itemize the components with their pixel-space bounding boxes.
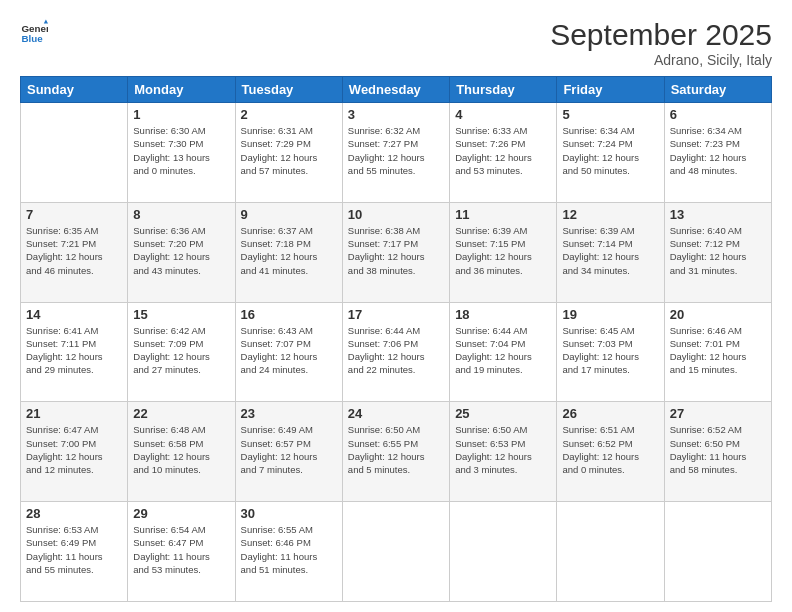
svg-marker-2 xyxy=(44,19,48,23)
day-number: 25 xyxy=(455,406,551,421)
day-info: Sunrise: 6:43 AM Sunset: 7:07 PM Dayligh… xyxy=(241,324,337,377)
day-info: Sunrise: 6:38 AM Sunset: 7:17 PM Dayligh… xyxy=(348,224,444,277)
calendar-table: Sunday Monday Tuesday Wednesday Thursday… xyxy=(20,76,772,602)
header-monday: Monday xyxy=(128,77,235,103)
logo-icon: General Blue xyxy=(20,18,48,46)
day-info: Sunrise: 6:52 AM Sunset: 6:50 PM Dayligh… xyxy=(670,423,766,476)
day-number: 7 xyxy=(26,207,122,222)
day-cell: 15Sunrise: 6:42 AM Sunset: 7:09 PM Dayli… xyxy=(128,302,235,402)
day-cell xyxy=(450,502,557,602)
day-number: 10 xyxy=(348,207,444,222)
day-cell: 4Sunrise: 6:33 AM Sunset: 7:26 PM Daylig… xyxy=(450,103,557,203)
week-row-3: 21Sunrise: 6:47 AM Sunset: 7:00 PM Dayli… xyxy=(21,402,772,502)
header: General Blue September 2025 Adrano, Sici… xyxy=(20,18,772,68)
day-info: Sunrise: 6:55 AM Sunset: 6:46 PM Dayligh… xyxy=(241,523,337,576)
day-info: Sunrise: 6:33 AM Sunset: 7:26 PM Dayligh… xyxy=(455,124,551,177)
day-number: 28 xyxy=(26,506,122,521)
day-number: 21 xyxy=(26,406,122,421)
title-area: September 2025 Adrano, Sicily, Italy xyxy=(550,18,772,68)
day-info: Sunrise: 6:51 AM Sunset: 6:52 PM Dayligh… xyxy=(562,423,658,476)
day-number: 20 xyxy=(670,307,766,322)
logo: General Blue xyxy=(20,18,48,46)
day-cell xyxy=(342,502,449,602)
day-cell: 11Sunrise: 6:39 AM Sunset: 7:15 PM Dayli… xyxy=(450,202,557,302)
day-cell: 23Sunrise: 6:49 AM Sunset: 6:57 PM Dayli… xyxy=(235,402,342,502)
day-info: Sunrise: 6:50 AM Sunset: 6:55 PM Dayligh… xyxy=(348,423,444,476)
day-info: Sunrise: 6:30 AM Sunset: 7:30 PM Dayligh… xyxy=(133,124,229,177)
day-cell: 12Sunrise: 6:39 AM Sunset: 7:14 PM Dayli… xyxy=(557,202,664,302)
header-sunday: Sunday xyxy=(21,77,128,103)
week-row-2: 14Sunrise: 6:41 AM Sunset: 7:11 PM Dayli… xyxy=(21,302,772,402)
day-cell: 27Sunrise: 6:52 AM Sunset: 6:50 PM Dayli… xyxy=(664,402,771,502)
day-info: Sunrise: 6:45 AM Sunset: 7:03 PM Dayligh… xyxy=(562,324,658,377)
day-cell: 20Sunrise: 6:46 AM Sunset: 7:01 PM Dayli… xyxy=(664,302,771,402)
day-number: 2 xyxy=(241,107,337,122)
day-cell: 28Sunrise: 6:53 AM Sunset: 6:49 PM Dayli… xyxy=(21,502,128,602)
day-number: 5 xyxy=(562,107,658,122)
day-cell: 16Sunrise: 6:43 AM Sunset: 7:07 PM Dayli… xyxy=(235,302,342,402)
day-cell: 2Sunrise: 6:31 AM Sunset: 7:29 PM Daylig… xyxy=(235,103,342,203)
day-number: 16 xyxy=(241,307,337,322)
day-info: Sunrise: 6:49 AM Sunset: 6:57 PM Dayligh… xyxy=(241,423,337,476)
day-cell: 6Sunrise: 6:34 AM Sunset: 7:23 PM Daylig… xyxy=(664,103,771,203)
day-cell: 7Sunrise: 6:35 AM Sunset: 7:21 PM Daylig… xyxy=(21,202,128,302)
day-cell: 10Sunrise: 6:38 AM Sunset: 7:17 PM Dayli… xyxy=(342,202,449,302)
day-cell: 17Sunrise: 6:44 AM Sunset: 7:06 PM Dayli… xyxy=(342,302,449,402)
day-info: Sunrise: 6:41 AM Sunset: 7:11 PM Dayligh… xyxy=(26,324,122,377)
day-number: 12 xyxy=(562,207,658,222)
day-info: Sunrise: 6:50 AM Sunset: 6:53 PM Dayligh… xyxy=(455,423,551,476)
day-number: 4 xyxy=(455,107,551,122)
day-info: Sunrise: 6:47 AM Sunset: 7:00 PM Dayligh… xyxy=(26,423,122,476)
day-cell: 29Sunrise: 6:54 AM Sunset: 6:47 PM Dayli… xyxy=(128,502,235,602)
day-info: Sunrise: 6:46 AM Sunset: 7:01 PM Dayligh… xyxy=(670,324,766,377)
day-cell xyxy=(664,502,771,602)
day-info: Sunrise: 6:35 AM Sunset: 7:21 PM Dayligh… xyxy=(26,224,122,277)
month-title: September 2025 xyxy=(550,18,772,52)
day-info: Sunrise: 6:36 AM Sunset: 7:20 PM Dayligh… xyxy=(133,224,229,277)
day-cell: 3Sunrise: 6:32 AM Sunset: 7:27 PM Daylig… xyxy=(342,103,449,203)
day-number: 22 xyxy=(133,406,229,421)
day-number: 23 xyxy=(241,406,337,421)
header-wednesday: Wednesday xyxy=(342,77,449,103)
day-info: Sunrise: 6:48 AM Sunset: 6:58 PM Dayligh… xyxy=(133,423,229,476)
day-number: 13 xyxy=(670,207,766,222)
day-cell xyxy=(21,103,128,203)
day-number: 19 xyxy=(562,307,658,322)
day-number: 30 xyxy=(241,506,337,521)
day-number: 3 xyxy=(348,107,444,122)
day-info: Sunrise: 6:44 AM Sunset: 7:04 PM Dayligh… xyxy=(455,324,551,377)
day-number: 8 xyxy=(133,207,229,222)
day-number: 17 xyxy=(348,307,444,322)
week-row-0: 1Sunrise: 6:30 AM Sunset: 7:30 PM Daylig… xyxy=(21,103,772,203)
day-number: 9 xyxy=(241,207,337,222)
day-cell: 5Sunrise: 6:34 AM Sunset: 7:24 PM Daylig… xyxy=(557,103,664,203)
day-cell: 25Sunrise: 6:50 AM Sunset: 6:53 PM Dayli… xyxy=(450,402,557,502)
day-cell: 30Sunrise: 6:55 AM Sunset: 6:46 PM Dayli… xyxy=(235,502,342,602)
svg-text:Blue: Blue xyxy=(21,33,43,44)
page: General Blue September 2025 Adrano, Sici… xyxy=(0,0,792,612)
day-number: 27 xyxy=(670,406,766,421)
day-info: Sunrise: 6:44 AM Sunset: 7:06 PM Dayligh… xyxy=(348,324,444,377)
day-number: 15 xyxy=(133,307,229,322)
day-info: Sunrise: 6:32 AM Sunset: 7:27 PM Dayligh… xyxy=(348,124,444,177)
day-cell: 21Sunrise: 6:47 AM Sunset: 7:00 PM Dayli… xyxy=(21,402,128,502)
day-info: Sunrise: 6:39 AM Sunset: 7:15 PM Dayligh… xyxy=(455,224,551,277)
day-cell: 24Sunrise: 6:50 AM Sunset: 6:55 PM Dayli… xyxy=(342,402,449,502)
day-number: 24 xyxy=(348,406,444,421)
day-number: 26 xyxy=(562,406,658,421)
day-cell: 14Sunrise: 6:41 AM Sunset: 7:11 PM Dayli… xyxy=(21,302,128,402)
day-number: 1 xyxy=(133,107,229,122)
day-info: Sunrise: 6:54 AM Sunset: 6:47 PM Dayligh… xyxy=(133,523,229,576)
day-info: Sunrise: 6:31 AM Sunset: 7:29 PM Dayligh… xyxy=(241,124,337,177)
day-cell: 18Sunrise: 6:44 AM Sunset: 7:04 PM Dayli… xyxy=(450,302,557,402)
day-number: 29 xyxy=(133,506,229,521)
day-info: Sunrise: 6:39 AM Sunset: 7:14 PM Dayligh… xyxy=(562,224,658,277)
day-cell: 26Sunrise: 6:51 AM Sunset: 6:52 PM Dayli… xyxy=(557,402,664,502)
weekday-header-row: Sunday Monday Tuesday Wednesday Thursday… xyxy=(21,77,772,103)
location: Adrano, Sicily, Italy xyxy=(550,52,772,68)
day-number: 11 xyxy=(455,207,551,222)
day-info: Sunrise: 6:42 AM Sunset: 7:09 PM Dayligh… xyxy=(133,324,229,377)
header-friday: Friday xyxy=(557,77,664,103)
day-cell: 9Sunrise: 6:37 AM Sunset: 7:18 PM Daylig… xyxy=(235,202,342,302)
day-info: Sunrise: 6:40 AM Sunset: 7:12 PM Dayligh… xyxy=(670,224,766,277)
